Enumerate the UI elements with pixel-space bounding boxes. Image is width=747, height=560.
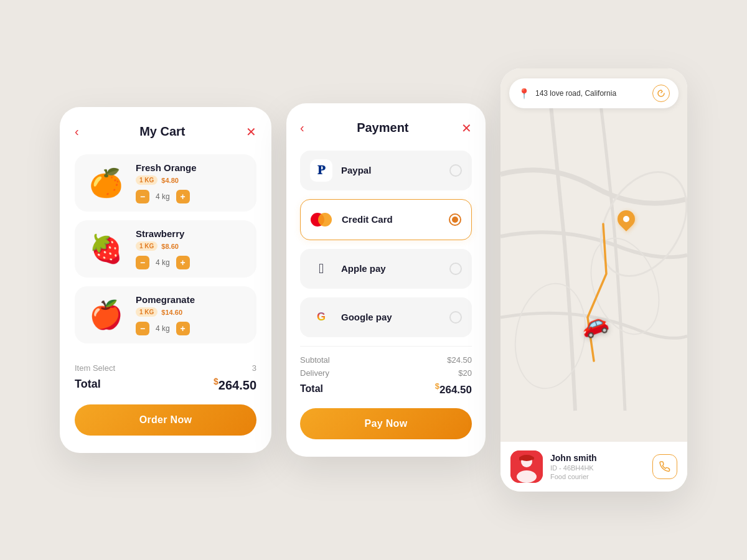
apple-pay-logo:  <box>310 258 332 280</box>
total-amount: $264.50 <box>214 376 256 393</box>
cart-back-button[interactable]: ‹ <box>75 124 79 139</box>
qty-increase-btn[interactable]: + <box>176 256 190 269</box>
qty-value: 4 kg <box>156 192 170 201</box>
item-info: Fresh Orange 1 KG $4.80 − 4 kg + <box>136 162 248 203</box>
payment-close-button[interactable]: ✕ <box>461 121 472 136</box>
item-price: $14.60 <box>161 307 182 317</box>
map-refresh-button[interactable] <box>652 85 670 102</box>
credit-card-radio[interactable] <box>449 213 461 226</box>
payment-total-amount: $264.50 <box>435 381 472 396</box>
kg-badge: 1 KG <box>136 241 157 251</box>
mc-yellow-circle <box>318 213 332 226</box>
driver-info: John smith ID - 46BH4HK Food courier <box>550 453 645 480</box>
delivery-screen: 📍 143 love road, California <box>500 68 687 492</box>
credit-card-label: Credit Card <box>342 214 449 225</box>
qty-control: − 4 kg + <box>136 190 248 203</box>
qty-value: 4 kg <box>156 324 170 333</box>
qty-decrease-btn[interactable]: − <box>136 256 149 269</box>
payment-total-row: Total $264.50 <box>300 381 472 396</box>
apple-pay-option[interactable]:  Apple pay <box>300 249 472 289</box>
google-pay-radio[interactable] <box>449 311 462 324</box>
kg-badge: 1 KG <box>136 307 157 317</box>
kg-badge: 1 KG <box>136 175 157 185</box>
paypal-logo: 𝐏 <box>310 159 332 182</box>
cart-items-list: 🍊 Fresh Orange 1 KG $4.80 − 4 kg + 🍓 <box>75 154 256 343</box>
apple-icon:  <box>319 261 324 277</box>
driver-name: John smith <box>550 453 645 463</box>
driver-panel: John smith ID - 46BH4HK Food courier <box>500 442 687 492</box>
map-address-text: 143 love road, California <box>535 89 647 98</box>
payment-summary: Subtotal $24.50 Delivery $20 Total $264.… <box>300 346 472 396</box>
apple-pay-label: Apple pay <box>341 263 449 274</box>
driver-id: ID - 46BH4HK <box>550 464 645 472</box>
map-area: 📍 143 love road, California <box>500 68 687 442</box>
item-name: Fresh Orange <box>136 162 248 173</box>
total-label: Total <box>75 378 101 391</box>
call-driver-button[interactable] <box>652 454 677 479</box>
pay-now-button[interactable]: Pay Now <box>300 408 472 439</box>
google-pay-logo: G <box>310 306 332 329</box>
item-select-label: Item Select <box>75 363 115 373</box>
subtotal-value: $24.50 <box>447 355 472 365</box>
item-info: Strawberry 1 KG $8.60 − 4 kg + <box>136 228 248 269</box>
payment-header: ‹ Payment ✕ <box>300 121 472 136</box>
item-meta: 1 KG $4.80 <box>136 175 248 185</box>
qty-decrease-btn[interactable]: − <box>136 190 149 203</box>
driver-avatar <box>510 450 543 483</box>
svg-rect-8 <box>519 459 522 460</box>
qty-increase-btn[interactable]: + <box>176 322 190 335</box>
map-address-bar: 📍 143 love road, California <box>509 78 679 108</box>
order-now-button[interactable]: Order Now <box>75 404 256 436</box>
payment-dollar: $ <box>435 381 439 391</box>
paypal-icon: 𝐏 <box>317 163 325 177</box>
google-pay-label: Google pay <box>341 312 449 322</box>
subtotal-row: Subtotal $24.50 <box>300 355 472 365</box>
item-meta: 1 KG $14.60 <box>136 307 248 317</box>
cart-close-button[interactable]: ✕ <box>246 124 256 139</box>
cart-title: My Cart <box>139 124 185 139</box>
google-pay-option[interactable]: G Google pay <box>300 297 472 337</box>
driver-avatar-image <box>510 450 543 483</box>
cart-footer: Item Select 3 Total $264.50 Order Now <box>75 355 256 436</box>
payment-screen: ‹ Payment ✕ 𝐏 Paypal Credit Card <box>286 103 486 457</box>
qty-increase-btn[interactable]: + <box>176 190 190 203</box>
delivery-route <box>500 68 687 442</box>
phone-icon <box>659 461 670 472</box>
qty-control: − 4 kg + <box>136 256 248 269</box>
item-name: Strawberry <box>136 228 248 239</box>
cart-item: 🍊 Fresh Orange 1 KG $4.80 − 4 kg + <box>75 154 256 212</box>
cart-item: 🍓 Strawberry 1 KG $8.60 − 4 kg + <box>75 220 256 278</box>
item-info: Pomegranate 1 KG $14.60 − 4 kg + <box>136 294 248 335</box>
paypal-radio[interactable] <box>449 164 462 177</box>
location-pin-icon: 📍 <box>518 88 530 100</box>
item-name: Pomegranate <box>136 294 248 305</box>
item-image: 🍓 <box>83 226 128 271</box>
paypal-option[interactable]: 𝐏 Paypal <box>300 151 472 190</box>
svg-point-5 <box>517 470 537 483</box>
item-price: $8.60 <box>161 241 179 251</box>
delivery-value: $20 <box>458 368 472 378</box>
item-image: 🍊 <box>83 161 128 205</box>
refresh-icon <box>657 89 665 98</box>
item-meta: 1 KG $8.60 <box>136 241 248 251</box>
credit-card-logo <box>311 208 333 231</box>
credit-card-option[interactable]: Credit Card <box>300 199 472 240</box>
delivery-row: Delivery $20 <box>300 368 472 378</box>
qty-decrease-btn[interactable]: − <box>136 322 149 335</box>
payment-total-label: Total <box>300 383 323 394</box>
cart-header: ‹ My Cart ✕ <box>75 124 256 139</box>
google-icon: G <box>317 310 326 324</box>
item-count: 3 <box>252 363 256 373</box>
total-row: Total $264.50 <box>75 376 256 393</box>
item-price: $4.80 <box>161 175 179 185</box>
qty-value: 4 kg <box>156 258 170 267</box>
payment-back-button[interactable]: ‹ <box>300 121 304 135</box>
mastercard-icon <box>311 212 333 227</box>
payment-title: Payment <box>357 121 408 135</box>
cart-item: 🍎 Pomegranate 1 KG $14.60 − 4 kg + <box>75 286 256 343</box>
apple-pay-radio[interactable] <box>449 263 462 275</box>
dollar-sign: $ <box>214 376 218 386</box>
cart-screen: ‹ My Cart ✕ 🍊 Fresh Orange 1 KG $4.80 − … <box>60 107 271 454</box>
subtotal-label: Subtotal <box>300 355 330 365</box>
driver-role: Food courier <box>550 473 645 480</box>
